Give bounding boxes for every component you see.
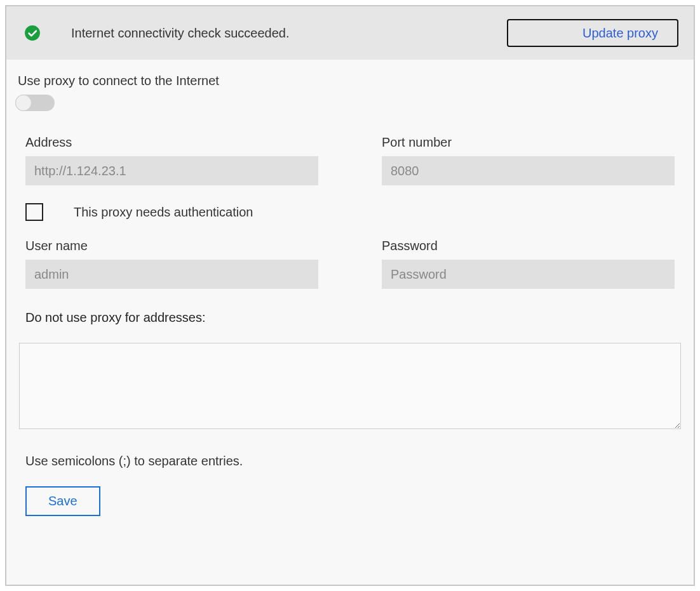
password-label: Password [382,239,675,253]
proxy-credentials-row: User name Password [18,239,682,289]
auth-checkbox[interactable] [25,203,43,221]
toggle-knob [15,95,32,111]
check-circle-icon [24,25,41,41]
proxy-address-row: Address Port number [18,135,682,185]
exclusions-textarea[interactable] [19,343,681,429]
address-label: Address [25,135,318,150]
proxy-settings-panel: Internet connectivity check succeeded. U… [5,5,695,586]
username-label: User name [25,239,318,253]
port-input[interactable] [382,156,675,185]
username-field-group: User name [25,239,318,289]
auth-checkbox-row: This proxy needs authentication [18,203,682,221]
exclusions-hint: Use semicolons (;) to separate entries. [25,454,682,468]
password-field-group: Password [382,239,675,289]
port-field-group: Port number [382,135,675,185]
exclusions-label: Do not use proxy for addresses: [25,310,682,325]
status-text: Internet connectivity check succeeded. [71,26,476,41]
username-input[interactable] [25,260,318,289]
password-input[interactable] [382,260,675,289]
proxy-toggle-label: Use proxy to connect to the Internet [18,74,682,88]
port-label: Port number [382,135,675,150]
svg-point-0 [25,25,40,41]
proxy-toggle[interactable] [15,95,55,111]
auth-checkbox-label: This proxy needs authentication [74,205,253,220]
save-button[interactable]: Save [25,486,100,516]
address-input[interactable] [25,156,318,185]
update-proxy-button[interactable]: Update proxy [507,19,678,47]
address-field-group: Address [25,135,318,185]
main-content: Use proxy to connect to the Internet Add… [6,60,694,531]
status-bar: Internet connectivity check succeeded. U… [6,6,694,60]
